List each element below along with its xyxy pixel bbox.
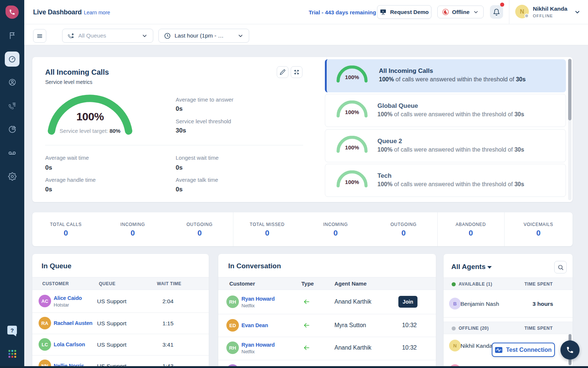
queues-filter-value: All Queues: [78, 32, 138, 39]
status-select-value: Offline: [452, 9, 470, 15]
notifications-button[interactable]: [490, 5, 503, 19]
desc-threshold: 30s: [514, 181, 524, 187]
sidebar-item-dashboard[interactable]: [5, 52, 19, 67]
column-queue: QUEUE: [99, 281, 115, 286]
customer-avatar: RH: [226, 296, 239, 308]
stat-abandoned: ABANDONED 0: [437, 212, 504, 246]
column-customer: CUSTOMER: [42, 281, 69, 286]
expand-button[interactable]: [291, 66, 302, 78]
sidebar-item-contacts[interactable]: [0, 78, 24, 86]
queue-card-desc: 100% of calls were answered within the t…: [379, 76, 526, 83]
offline-status-dot: [452, 326, 456, 330]
service-level-gauge: 100% Service level target: 80%: [46, 91, 134, 135]
sidebar-item-voicemail[interactable]: [0, 149, 24, 158]
gear-icon: [8, 172, 17, 181]
help-button[interactable]: ?: [7, 326, 17, 335]
sidebar-item-getting-started[interactable]: [0, 31, 24, 40]
queue-name: US Support: [97, 342, 126, 348]
desc-threshold: 30s: [514, 111, 524, 117]
desc-text: of calls were answered within the thresh…: [392, 111, 514, 117]
agent-name: Anand Karthik: [334, 298, 372, 305]
metric-label: Service level threshold: [176, 118, 231, 124]
row-divider: [218, 314, 436, 314]
metric-value: 30s: [176, 127, 186, 134]
columns-menu-button[interactable]: [33, 29, 46, 43]
agent-search-button[interactable]: [554, 261, 567, 273]
queue-card-all-incoming[interactable]: 100% All Incoming Calls 100% of calls we…: [325, 59, 566, 92]
gauge-value: 100%: [46, 110, 134, 123]
queue-card-global-queue[interactable]: 100% Global Queue 100% of calls were ans…: [325, 94, 566, 127]
time-filter-select[interactable]: Last hour (1pm - …: [158, 29, 249, 43]
call-stats-row: TOTAL CALLS 0 INCOMING 0 OUTGOING 0 TOTA…: [32, 212, 573, 246]
edit-button[interactable]: [277, 66, 288, 78]
wait-time: 3:41: [150, 342, 186, 348]
in-conversation-title: In Conversation: [228, 262, 281, 270]
card-divider: [45, 145, 303, 145]
customer-company: Netflix: [241, 349, 255, 354]
agent-name: Myra Sutton: [334, 322, 366, 329]
request-demo-button[interactable]: Request Demo: [377, 5, 431, 19]
customer-avatar: AC: [39, 295, 51, 307]
stat-value: 0: [370, 229, 437, 237]
customer-name-link[interactable]: Evan Dean: [241, 322, 268, 328]
stat-incoming: INCOMING 0: [99, 212, 166, 246]
join-call-button[interactable]: Join: [398, 296, 417, 308]
learn-more-link[interactable]: Learn more: [84, 10, 110, 15]
desc-percent: 100%: [377, 181, 392, 187]
metric-value: 0s: [176, 105, 183, 113]
queue-card-queue-2[interactable]: 100% Queue 2 100% of calls were answered…: [325, 129, 566, 162]
cloudtalk-logo[interactable]: [6, 6, 19, 19]
agent-avatar: B: [449, 298, 461, 309]
metric-value: 0s: [176, 186, 183, 193]
customer-company: Netflix: [241, 303, 255, 308]
available-status-dot: [452, 282, 456, 286]
customer-avatar: RH: [226, 342, 239, 354]
gauge-target-label: Service level target:: [60, 128, 110, 134]
user-avatar-initial: N: [520, 8, 524, 15]
sidebar-item-call-history[interactable]: [0, 102, 24, 110]
apps-grid-button[interactable]: [8, 350, 16, 358]
window-bottom-edge: [0, 366, 588, 368]
phone-logo-icon: [9, 9, 15, 15]
stat-label: INCOMING: [99, 222, 166, 227]
customer-name-link[interactable]: Alice Caido: [54, 295, 82, 301]
incoming-call-arrow-icon: [302, 298, 311, 305]
customer-avatar: LC: [39, 338, 51, 351]
floating-call-button[interactable]: [560, 340, 580, 360]
queue-list-scrollbar-thumb[interactable]: [568, 59, 571, 120]
test-connection-button[interactable]: Test Connection: [492, 343, 555, 357]
agents-filter-dropdown[interactable]: All Agents: [451, 263, 485, 271]
queue-card-tech[interactable]: 100% Tech 100% of calls were answered wi…: [325, 164, 566, 197]
customer-name-link[interactable]: Lola Carlson: [54, 342, 85, 347]
metric-label: Average time to answer: [176, 96, 233, 103]
sidebar-item-analytics[interactable]: [0, 125, 24, 134]
row-divider: [218, 360, 436, 360]
metric-value: 0s: [45, 164, 52, 171]
queues-filter-select[interactable]: All Queues: [62, 29, 153, 43]
incoming-call-arrow-icon: [302, 322, 311, 329]
row-divider: [32, 334, 209, 334]
metric-label: Average handle time: [45, 177, 96, 183]
metric-label: Longest wait time: [176, 155, 219, 161]
trial-remaining-link[interactable]: Trial - 443 days remaining: [309, 9, 376, 15]
column-time-spent: TIME SPENT: [524, 326, 553, 331]
customer-name-link[interactable]: Ryan Howard: [241, 296, 275, 302]
avatar-initials: RA: [42, 321, 49, 326]
stat-label: ABANDONED: [437, 222, 504, 227]
desc-text: of calls were answered within the thresh…: [392, 181, 514, 187]
sidebar-item-settings[interactable]: [0, 172, 24, 181]
stat-missed-incoming: INCOMING 0: [301, 212, 370, 246]
customer-name-link[interactable]: Ryan Howard: [241, 342, 275, 348]
customer-company: Hotstar: [54, 302, 69, 308]
call-duration: 10:32: [376, 322, 417, 329]
agent-name: Benjamin Nash: [460, 301, 499, 307]
top-bar: Live Dashboard Learn more Trial - 443 da…: [24, 0, 588, 24]
user-menu-chevron-icon[interactable]: [574, 9, 581, 15]
time-filter-value: Last hour (1pm - …: [175, 32, 234, 39]
gauge-target-value: 80%: [110, 128, 121, 134]
queues-icon: [68, 32, 75, 39]
notification-badge: [500, 3, 504, 7]
status-select[interactable]: Offline: [437, 6, 484, 18]
in-conversation-header-row: Customer Type Agent Name: [218, 277, 436, 290]
customer-name-link[interactable]: Rachael Austen: [54, 320, 92, 326]
